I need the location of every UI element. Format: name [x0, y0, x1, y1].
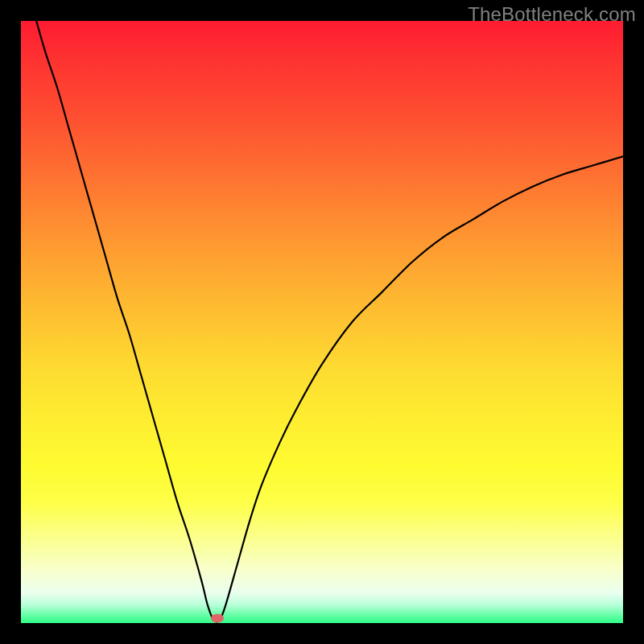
chart-plot-area [21, 21, 623, 623]
gradient-background [21, 21, 623, 623]
watermark-text: TheBottleneck.com [468, 3, 636, 26]
optimal-point-marker [211, 614, 224, 623]
